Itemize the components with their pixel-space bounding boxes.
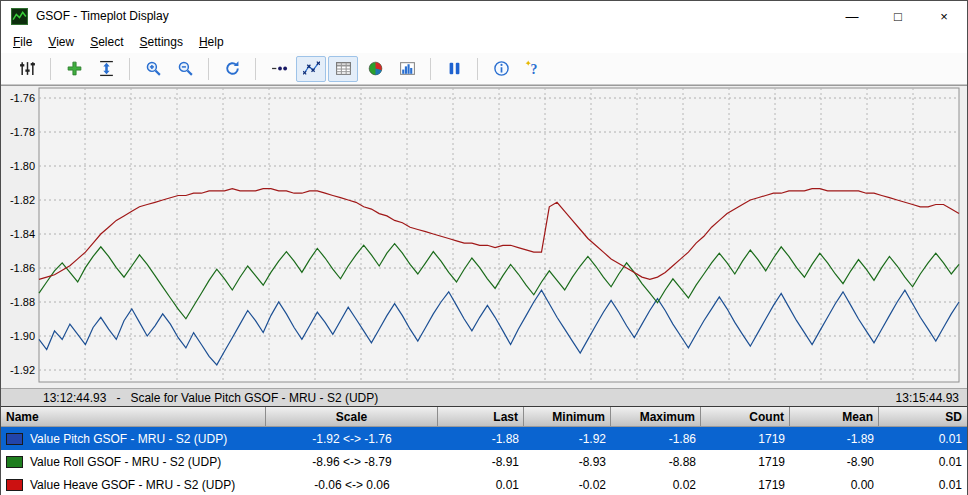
cell-sd: 0.01 <box>879 427 967 450</box>
window-controls: — □ × <box>829 1 967 31</box>
pie-chart-button[interactable] <box>360 56 390 82</box>
toolbar: ? <box>1 53 967 85</box>
close-button[interactable]: × <box>921 1 967 31</box>
table-row[interactable]: Value Heave GSOF - MRU - S2 (UDP) -0.06 … <box>1 473 967 495</box>
svg-text:-1.84: -1.84 <box>10 228 35 240</box>
column-header-name[interactable]: Name <box>1 407 266 426</box>
zoom-out-button[interactable] <box>170 56 200 82</box>
cell-scale: -1.92 <-> -1.76 <box>266 427 438 450</box>
cell-last: 0.01 <box>438 473 524 495</box>
cell-last: -1.88 <box>438 427 524 450</box>
chart-status-bar: 13:12:44.93 - Scale for Value Pitch GSOF… <box>1 388 967 406</box>
help-button[interactable]: ? <box>518 56 548 82</box>
cell-minimum: -1.92 <box>524 427 611 450</box>
status-separator: - <box>116 391 120 405</box>
svg-text:-1.90: -1.90 <box>10 330 35 342</box>
cell-maximum: -8.88 <box>611 450 701 473</box>
svg-text:-1.82: -1.82 <box>10 194 35 206</box>
zoom-out-icon <box>177 60 194 77</box>
app-icon <box>11 8 28 25</box>
series-name-label: Value Roll GSOF - MRU - S2 (UDP) <box>30 455 221 469</box>
title-bar: GSOF - Timeplot Display — □ × <box>1 1 967 31</box>
svg-text:-1.86: -1.86 <box>10 262 35 274</box>
refresh-icon <box>224 60 241 77</box>
cell-minimum: -8.93 <box>524 450 611 473</box>
timeplot-chart[interactable]: -1.76-1.78-1.80-1.82-1.84-1.86-1.88-1.90… <box>1 85 967 388</box>
series-color-swatch <box>6 456 23 468</box>
add-plot-button[interactable] <box>59 56 89 82</box>
cell-maximum: 0.02 <box>611 473 701 495</box>
refresh-button[interactable] <box>217 56 247 82</box>
toolbar-separator <box>208 58 209 80</box>
column-header-mean[interactable]: Mean <box>790 407 879 426</box>
svg-text:-1.92: -1.92 <box>10 364 35 376</box>
help-icon: ? <box>525 60 542 77</box>
svg-text:?: ? <box>530 62 537 77</box>
series-color-swatch <box>6 433 23 445</box>
column-header-maximum[interactable]: Maximum <box>611 407 701 426</box>
info-button[interactable] <box>486 56 516 82</box>
cell-name: Value Heave GSOF - MRU - S2 (UDP) <box>1 473 266 495</box>
line-markers-icon <box>303 60 320 77</box>
menu-help[interactable]: Help <box>191 33 232 51</box>
column-header-count[interactable]: Count <box>701 407 790 426</box>
series-name-label: Value Heave GSOF - MRU - S2 (UDP) <box>30 478 235 492</box>
autoscale-button[interactable] <box>91 56 121 82</box>
column-header-scale[interactable]: Scale <box>266 407 438 426</box>
cell-mean: 0.00 <box>790 473 879 495</box>
autoscale-icon <box>98 60 115 77</box>
window-title: GSOF - Timeplot Display <box>36 9 169 23</box>
line-markers-button[interactable] <box>296 56 326 82</box>
cell-count: 1719 <box>701 427 790 450</box>
zoom-in-icon <box>145 60 162 77</box>
cell-sd: 0.01 <box>879 450 967 473</box>
table-row[interactable]: Value Pitch GSOF - MRU - S2 (UDP) -1.92 … <box>1 427 967 450</box>
plot-settings-button[interactable] <box>12 56 42 82</box>
menu-file[interactable]: File <box>5 33 40 51</box>
cell-count: 1719 <box>701 450 790 473</box>
points-icon <box>271 60 288 77</box>
svg-text:-1.80: -1.80 <box>10 160 35 172</box>
sliders-icon <box>19 60 36 77</box>
svg-text:-1.78: -1.78 <box>10 126 35 138</box>
svg-text:-1.76: -1.76 <box>10 92 35 104</box>
table-row[interactable]: Value Roll GSOF - MRU - S2 (UDP) -8.96 <… <box>1 450 967 473</box>
cell-scale: -0.06 <-> 0.06 <box>266 473 438 495</box>
histogram-icon <box>399 60 416 77</box>
maximize-button[interactable]: □ <box>875 1 921 31</box>
cell-last: -8.91 <box>438 450 524 473</box>
table-header-row: Name Scale Last Minimum Maximum Count Me… <box>1 407 967 427</box>
status-scale-label: Scale for Value Pitch GSOF - MRU - S2 (U… <box>130 391 378 405</box>
zoom-in-button[interactable] <box>138 56 168 82</box>
app-window: GSOF - Timeplot Display — □ × File View … <box>0 0 968 495</box>
toolbar-separator <box>430 58 431 80</box>
cell-name: Value Roll GSOF - MRU - S2 (UDP) <box>1 450 266 473</box>
show-points-button[interactable] <box>264 56 294 82</box>
column-header-minimum[interactable]: Minimum <box>524 407 611 426</box>
series-name-label: Value Pitch GSOF - MRU - S2 (UDP) <box>30 432 227 446</box>
column-header-sd[interactable]: SD <box>879 407 967 426</box>
series-table: Name Scale Last Minimum Maximum Count Me… <box>1 406 967 495</box>
grid-view-button[interactable] <box>328 56 358 82</box>
menu-settings[interactable]: Settings <box>132 33 191 51</box>
column-header-last[interactable]: Last <box>438 407 524 426</box>
status-start-time: 13:12:44.93 <box>43 391 106 405</box>
menu-select[interactable]: Select <box>82 33 131 51</box>
toolbar-separator <box>255 58 256 80</box>
menu-bar: File View Select Settings Help <box>1 31 967 53</box>
series-color-swatch <box>6 479 23 491</box>
minimize-button[interactable]: — <box>829 1 875 31</box>
grid-icon <box>335 60 352 77</box>
svg-text:-1.88: -1.88 <box>10 296 35 308</box>
histogram-button[interactable] <box>392 56 422 82</box>
pause-button[interactable] <box>439 56 469 82</box>
toolbar-separator <box>477 58 478 80</box>
pause-icon <box>446 60 463 77</box>
info-icon <box>493 60 510 77</box>
toolbar-separator <box>50 58 51 80</box>
status-end-time: 13:15:44.93 <box>896 391 959 405</box>
cell-count: 1719 <box>701 473 790 495</box>
menu-view[interactable]: View <box>40 33 82 51</box>
cell-sd: 0.01 <box>879 473 967 495</box>
cell-maximum: -1.86 <box>611 427 701 450</box>
